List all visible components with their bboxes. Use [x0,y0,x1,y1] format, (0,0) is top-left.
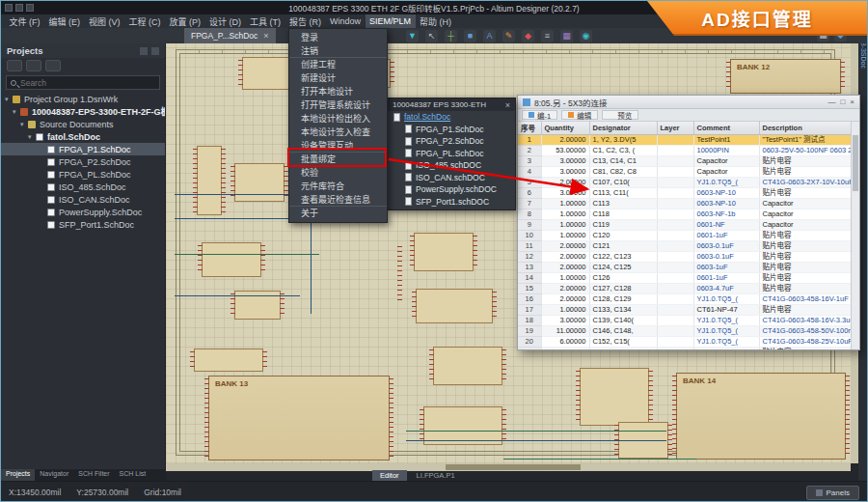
save-icon[interactable] [5,4,13,12]
menu-dropdown-item[interactable]: 新建设计 [289,71,387,85]
popup-file-item[interactable]: fatol.SchDoc [388,111,515,124]
minimize-icon[interactable]: — [827,98,835,106]
expand-arrow-icon[interactable]: ▾ [13,108,20,116]
popup-file-item[interactable]: SFP_Port1.schDOC [388,196,515,209]
schematic-component[interactable] [202,242,261,277]
toolbar-icon[interactable]: A [483,30,496,42]
tree-item[interactable]: ▾ Source Documents [1,118,165,130]
menu-dropdown-item[interactable]: 本地设计签入检查 [289,126,387,139]
tree-item[interactable]: ▾ fatol.SchDoc [1,130,165,143]
menu-dropdown-item[interactable]: 注销 [289,44,387,58]
column-header[interactable]: Description [759,122,851,135]
bom-window-titlebar[interactable]: 8:05.另 - 5X3的连接 — □ × [518,96,859,109]
bom-row[interactable]: 17 1.00000 C133, C134 CT61-NP-47 贴片电容 [518,305,851,316]
bom-toolbar-tab[interactable]: 编辑 [561,110,598,120]
panel-menu-icon[interactable] [151,47,159,55]
tree-item[interactable]: ISO_CAN.SchDoc [1,193,165,206]
bom-row[interactable]: 4 3.00000 C81, C82, C8 Capacitor 贴片电容 [518,167,851,178]
panel-tab[interactable]: SCH Filter [73,469,114,481]
bom-row[interactable]: 1 2.00000 1, Y2, 3.DV(5 TestPoint1 "Test… [518,135,851,146]
schematic-component[interactable] [197,146,222,215]
menu-item[interactable]: SIEM/PLM [366,14,416,28]
search-input[interactable] [20,78,136,88]
expand-arrow-icon[interactable]: ▾ [5,96,13,103]
tree-item[interactable]: ▾ Project Group 1.DsnWrk [1,93,165,105]
toolbar-icon[interactable]: ▦ [560,30,573,42]
menu-dropdown-item[interactable]: 打开管理系统设计 [289,98,387,112]
bom-toolbar-tab[interactable]: 预览 [602,110,638,120]
menu-item[interactable]: 设计 (D) [205,14,246,28]
tree-item[interactable]: ▾ 100048387-EPS-3300-ETH-2F-G板图 [1,105,165,118]
bom-row[interactable]: 8 1.00000 C118 0603-NF-1b Capacitor [518,209,851,220]
quick-access-icons[interactable] [5,4,34,12]
column-header[interactable]: Quantity [541,122,589,135]
toolbar-icon[interactable]: ┼ [445,30,457,42]
bom-toolbar-tab[interactable]: 编-1 [522,110,557,120]
popup-file-item[interactable]: FPGA_P2.SchDoc [388,135,515,148]
schematic-component[interactable] [423,406,502,445]
schematic-component[interactable] [433,347,502,385]
popup-file-item[interactable]: ISO_CAN.schDOC [388,172,515,184]
toolbar-icon[interactable]: ◉ [580,30,592,42]
popup-file-item[interactable]: FPGA_P1.SchDoc [388,124,515,136]
bom-row[interactable]: 19 11.00000 C146, C148, YJ1.0.TQ5_( CT41… [518,326,851,337]
bom-row[interactable]: 9 1.00000 C119 0601-NF Capacitor [518,220,851,231]
maximize-icon[interactable]: □ [840,98,845,106]
schematic-component[interactable] [416,289,493,323]
menu-dropdown-item[interactable]: 本地设计检出检入 [289,112,387,126]
schematic-component[interactable]: BANK 13 [208,376,390,460]
menu-dropdown-item[interactable]: 校验 [289,166,387,180]
schematic-component[interactable]: BANK 12 [730,59,841,94]
panel-tab[interactable]: SCH List [115,469,151,481]
bom-row[interactable]: 10 1.00000 C120 0601-1uF 贴片电容 [518,231,851,241]
menu-dropdown-item[interactable]: 查看最近检查信息 [289,193,387,207]
menu-dropdown-item[interactable]: 元件库符合 [289,180,387,193]
tree-item[interactable]: PowerSupply.SchDoc [1,206,165,218]
open-icon[interactable] [15,4,23,12]
toolbar-icon[interactable]: ◆ [522,30,534,42]
menu-item[interactable]: 工具 (T) [246,14,285,28]
menu-item[interactable]: 视图 (V) [85,14,125,28]
toolbar-icon[interactable]: ■ [464,30,476,42]
tree-item[interactable]: SFP_Port1.SchDoc [1,218,165,231]
tree-item[interactable]: FPGA_P1.SchDoc [1,143,165,155]
menu-item[interactable]: 放置 (P) [165,14,205,28]
column-header[interactable]: Comment [693,122,759,135]
expand-arrow-icon[interactable]: ▾ [20,121,28,128]
undo-icon[interactable] [26,4,34,12]
tree-item[interactable]: FPGA_PL.SchDoc [1,168,165,181]
schematic-component[interactable] [234,163,285,202]
bom-row[interactable]: 14 1.00000 C126 0601-1uF 贴片电容 [518,273,851,284]
horizontal-scrollbar[interactable] [166,463,851,471]
menu-dropdown-item[interactable]: 关于 [289,207,387,220]
toolbar-icon[interactable]: ✎ [502,30,515,42]
pin-icon[interactable] [140,47,148,55]
popup-titlebar[interactable]: 100048387 EPS 3300-ETH × [388,98,515,111]
save-project-button[interactable] [7,60,22,71]
menu-dropdown-item[interactable]: 打开本地设计 [289,85,387,98]
popup-file-item[interactable]: ISO_485.schDOC [388,159,515,172]
menu-dropdown-item[interactable]: 创建工程 [289,58,387,71]
schematic-component[interactable] [194,349,263,372]
panels-button[interactable]: Panels [806,486,859,500]
bom-row[interactable]: 7 1.00000 C113 0603-NP-10 Capacitor [518,199,851,209]
schematic-component[interactable] [580,368,649,426]
toolbar-icon[interactable]: ↖ [425,30,438,42]
toolbar-icon[interactable]: ≡ [541,30,554,42]
menu-item[interactable]: 文件 (F) [5,14,44,28]
bom-row[interactable]: 20 6.00000 C152, C15( YJ1.0.TQ5_( CT41G-… [518,337,851,348]
menu-item[interactable]: Window [326,14,366,28]
bom-row[interactable]: 12 2.00000 C122, C123 0603-0.1uF 贴片电容 [518,252,851,263]
compile-button[interactable] [26,60,41,71]
close-icon[interactable]: × [263,31,268,41]
bom-scrollbar[interactable] [851,122,859,349]
bom-row[interactable]: 18 3.00000 C139, C140( YJ1.0.TQ5_( CT41G… [518,316,851,326]
search-box[interactable] [6,75,160,90]
bom-row[interactable]: 3 3.00000 C13, C14, C1 Capacitor 贴片电容 [518,156,851,167]
column-header[interactable]: Designator [589,122,657,135]
bom-row[interactable]: 13 2.00000 C124, C125 0603-1uF 贴片电容 [518,263,851,273]
bom-row[interactable]: 16 2.00000 C128, C129 YJ1.0.TQ5_( CT41G-… [518,294,851,305]
expand-arrow-icon[interactable]: ▾ [28,133,36,141]
popup-file-item[interactable]: FPGA_PL.SchDoc [388,148,515,160]
tree-item[interactable]: ISO_485.SchDoc [1,181,165,193]
